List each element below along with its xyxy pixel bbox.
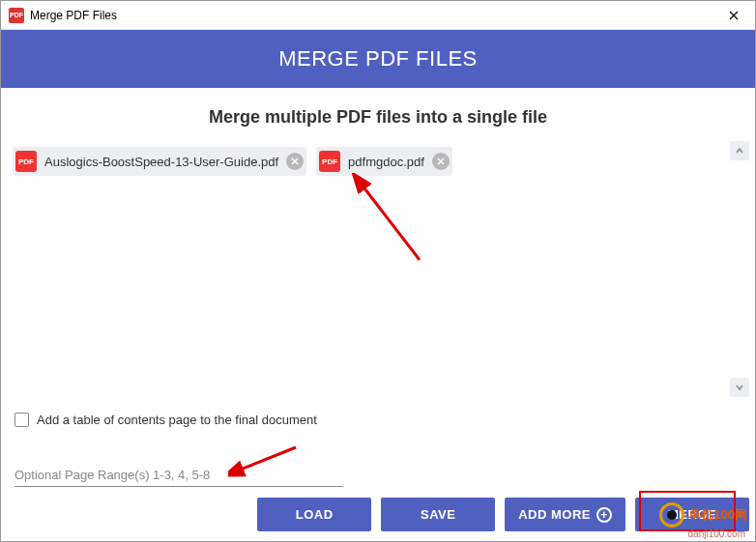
app-icon: PDF	[9, 8, 24, 23]
merge-button[interactable]: MERGE	[635, 498, 749, 531]
plus-icon: +	[596, 507, 612, 523]
main-content: Merge multiple PDF files into a single f…	[1, 88, 755, 542]
toc-checkbox-label: Add a table of contents page to the fina…	[37, 413, 317, 427]
save-button[interactable]: SAVE	[381, 498, 495, 531]
toc-checkbox-row: Add a table of contents page to the fina…	[11, 413, 745, 427]
pdf-icon: PDF	[15, 151, 37, 172]
add-more-button[interactable]: ADD MORE +	[505, 498, 625, 531]
remove-file-button[interactable]	[286, 153, 304, 170]
page-subtitle: Merge multiple PDF files into a single f…	[11, 107, 745, 128]
window-title: Merge PDF Files	[30, 9, 712, 22]
toc-checkbox[interactable]	[15, 413, 29, 427]
add-more-label: ADD MORE	[518, 507, 591, 522]
file-chip[interactable]: PDF pdfmgdoc.pdf	[316, 147, 452, 176]
file-chip-label: pdfmgdoc.pdf	[348, 155, 424, 169]
close-icon	[291, 157, 299, 165]
file-chip[interactable]: PDF Auslogics-BoostSpeed-13-User-Guide.p…	[13, 147, 306, 176]
page-range-input[interactable]	[15, 464, 343, 487]
chevron-up-icon	[735, 146, 744, 156]
file-chips-row: PDF Auslogics-BoostSpeed-13-User-Guide.p…	[11, 147, 745, 176]
close-icon	[729, 11, 739, 20]
file-chip-label: Auslogics-BoostSpeed-13-User-Guide.pdf	[44, 155, 278, 169]
page-range-row	[11, 464, 745, 487]
pdf-icon: PDF	[319, 151, 340, 172]
move-down-button[interactable]	[730, 378, 749, 397]
header-title: MERGE PDF FILES	[278, 46, 478, 71]
move-up-button[interactable]	[730, 141, 749, 160]
header-band: MERGE PDF FILES	[1, 30, 755, 88]
remove-file-button[interactable]	[432, 153, 450, 170]
chevron-down-icon	[735, 383, 744, 392]
close-icon	[437, 157, 445, 165]
window-titlebar: PDF Merge PDF Files	[1, 1, 755, 30]
watermark-sub: danji100.com	[688, 528, 745, 539]
close-button[interactable]	[712, 1, 755, 30]
load-button[interactable]: LOAD	[257, 498, 371, 531]
button-row: LOAD SAVE ADD MORE + MERGE	[257, 498, 749, 531]
